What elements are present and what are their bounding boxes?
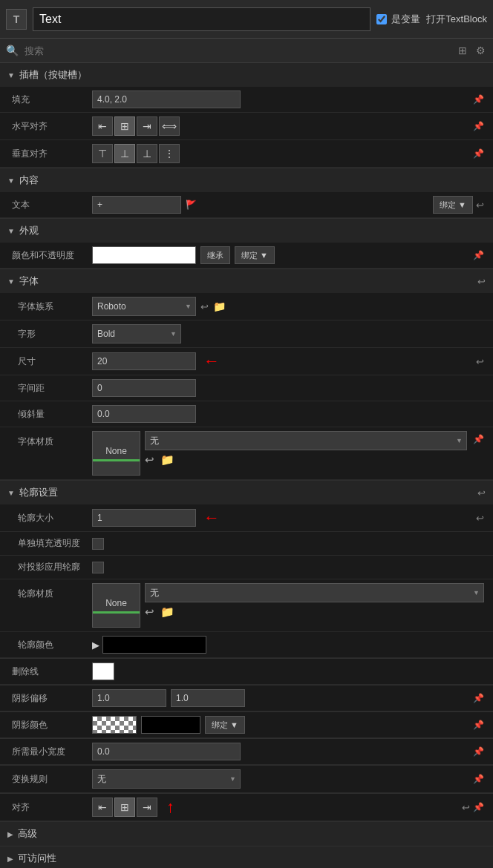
strikethrough-swatch[interactable] xyxy=(92,662,114,680)
h-align-center-btn[interactable]: ⊞ xyxy=(114,116,135,136)
h-align-pin[interactable]: 📌 xyxy=(473,121,484,131)
outline-material-folder-icon[interactable]: 📁 xyxy=(160,605,174,619)
accessibility-caret: ▶ xyxy=(7,855,13,863)
outline-fill-opacity-checkbox[interactable] xyxy=(92,538,104,550)
v-align-row: 垂直对齐 ⊤ ⊥ ⊥ ⋮ 📌 xyxy=(0,140,493,168)
outline-color-value: ▶ xyxy=(92,636,484,654)
text-name-input[interactable] xyxy=(33,7,370,31)
open-textblock-link[interactable]: 打开TextBlock xyxy=(426,13,487,26)
shadow-color-checker-swatch[interactable] xyxy=(92,716,137,734)
content-section-header[interactable]: ▼ 内容 xyxy=(0,168,493,192)
align-right-btn[interactable]: ⇥ xyxy=(137,798,157,817)
h-align-fill-btn[interactable]: ⟺ xyxy=(159,116,180,136)
font-material-green-bar xyxy=(93,459,140,461)
align-left-btn[interactable]: ⇤ xyxy=(92,798,113,817)
font-material-folder-icon[interactable]: 📁 xyxy=(160,453,174,467)
min-width-input[interactable] xyxy=(92,743,241,760)
h-align-btn-group: ⇤ ⊞ ⇥ ⟺ xyxy=(92,116,180,136)
typography-reset-icon[interactable]: ↩ xyxy=(477,276,486,287)
align-row: 对齐 ⇤ ⊞ ⇥ ↑ ↩ 📌 xyxy=(0,794,493,821)
outline-shadow-value xyxy=(92,562,484,573)
outline-material-select[interactable]: 无 xyxy=(145,583,484,602)
inherit-btn[interactable]: 继承 xyxy=(200,246,230,264)
v-align-top-btn[interactable]: ⊤ xyxy=(92,144,113,163)
advanced-section-header[interactable]: ▶ 高级 xyxy=(0,822,493,846)
align-label: 对齐 xyxy=(12,801,86,814)
outline-color-expand: ▶ xyxy=(92,636,206,654)
outline-size-reset-icon[interactable]: ↩ xyxy=(476,513,484,524)
v-align-fill-btn[interactable]: ⋮ xyxy=(159,144,180,163)
text-reset-icon[interactable]: ↩ xyxy=(476,200,484,211)
search-right-icons: ⊞ ⚙ xyxy=(457,43,487,58)
fill-end: 📌 xyxy=(473,94,484,105)
outline-size-input[interactable] xyxy=(92,509,196,527)
search-input[interactable] xyxy=(25,45,451,56)
shadow-offset-pin[interactable]: 📌 xyxy=(473,693,484,703)
shadow-offset-label: 阴影偏移 xyxy=(12,692,86,705)
outline-section-header[interactable]: ▼ 轮廓设置 ↩ xyxy=(0,481,493,504)
v-align-pin[interactable]: 📌 xyxy=(473,148,484,159)
outline-material-none-label: None xyxy=(105,598,127,608)
letter-spacing-input[interactable] xyxy=(92,379,196,397)
outline-size-value: ← xyxy=(92,508,470,527)
color-pin-icon[interactable]: 📌 xyxy=(473,250,484,260)
shadow-offset-input1[interactable] xyxy=(92,689,166,707)
transform-pin[interactable]: 📌 xyxy=(473,774,484,784)
outline-reset-icon[interactable]: ↩ xyxy=(477,487,486,499)
h-align-right-btn[interactable]: ⇥ xyxy=(137,116,157,136)
appearance-section-header[interactable]: ▼ 外观 xyxy=(0,219,493,243)
font-size-label: 尺寸 xyxy=(12,355,86,368)
font-material-refresh-icon[interactable]: ↩ xyxy=(145,453,154,467)
insert-section-header[interactable]: ▼ 插槽（按键槽） xyxy=(0,63,493,87)
transform-select[interactable]: 无 xyxy=(92,769,241,789)
is-variable-checkbox[interactable] xyxy=(376,14,387,24)
outline-shadow-checkbox[interactable] xyxy=(92,562,104,573)
align-pin[interactable]: 📌 xyxy=(473,802,484,812)
shadow-bind-btn[interactable]: 绑定 ▼ xyxy=(205,716,245,734)
h-align-left-btn[interactable]: ⇤ xyxy=(92,116,113,136)
outline-material-row: 轮廓材质 None 无 ↩ 📁 xyxy=(0,579,493,632)
font-style-select[interactable]: Bold xyxy=(92,324,181,343)
font-size-value: ← xyxy=(92,352,470,371)
fill-input[interactable] xyxy=(92,91,241,108)
font-material-select[interactable]: 无 xyxy=(145,431,467,450)
shadow-color-pin[interactable]: 📌 xyxy=(473,720,484,730)
v-align-center-btn[interactable]: ⊥ xyxy=(114,144,135,163)
outline-color-swatch[interactable] xyxy=(102,636,206,654)
skew-input[interactable] xyxy=(92,405,196,423)
letter-spacing-row: 字间距 xyxy=(0,375,493,401)
font-family-reset-icon[interactable]: ↩ xyxy=(200,301,209,312)
color-swatch[interactable] xyxy=(92,246,196,264)
outline-material-refresh-icon[interactable]: ↩ xyxy=(145,605,154,619)
text-prop-input[interactable] xyxy=(92,196,181,214)
font-material-pin[interactable]: 📌 xyxy=(473,434,484,444)
gear-icon[interactable]: ⚙ xyxy=(474,43,487,58)
min-width-pin[interactable]: 📌 xyxy=(473,746,484,757)
accessibility-section-header[interactable]: ▶ 可访问性 xyxy=(0,846,493,868)
font-material-none-swatch[interactable]: None xyxy=(92,431,140,476)
min-width-value xyxy=(92,743,467,760)
v-align-bottom-btn[interactable]: ⊥ xyxy=(137,144,157,163)
typography-section-header[interactable]: ▼ 字体 ↩ xyxy=(0,269,493,293)
align-reset-icon[interactable]: ↩ xyxy=(462,802,470,813)
color-bind-btn[interactable]: 绑定 ▼ xyxy=(235,246,275,264)
text-flag-icon: 🚩 xyxy=(186,200,197,210)
advanced-caret: ▶ xyxy=(7,830,13,838)
align-center-btn[interactable]: ⊞ xyxy=(114,798,135,817)
font-family-select[interactable]: Roboto xyxy=(92,297,196,316)
strikethrough-value xyxy=(92,662,484,680)
is-variable-label: 是变量 xyxy=(391,13,420,26)
shadow-offset-input2[interactable] xyxy=(171,689,245,707)
font-size-reset-icon[interactable]: ↩ xyxy=(476,356,484,367)
search-bar: 🔍 ⊞ ⚙ xyxy=(0,39,493,63)
font-family-extra-icon[interactable]: 📁 xyxy=(213,300,226,312)
font-size-input[interactable] xyxy=(92,352,196,370)
shadow-color-dark-swatch[interactable] xyxy=(141,716,200,734)
outline-material-none-swatch[interactable]: None xyxy=(92,583,140,628)
transform-row: 变换规则 无 📌 xyxy=(0,766,493,793)
fill-pin-icon[interactable]: 📌 xyxy=(473,94,484,105)
grid-icon[interactable]: ⊞ xyxy=(457,43,468,58)
align-arrow-annotation: ↑ xyxy=(166,798,174,817)
outline-color-expand-arrow[interactable]: ▶ xyxy=(92,640,99,651)
text-bind-btn[interactable]: 绑定 ▼ xyxy=(433,196,473,214)
